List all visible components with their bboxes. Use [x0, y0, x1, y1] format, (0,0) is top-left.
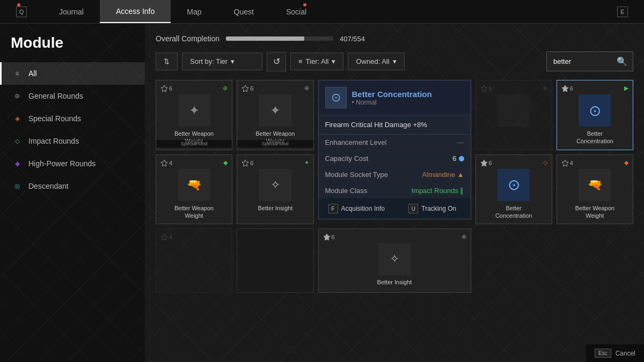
sidebar-item-label-general: General Rounds	[28, 92, 83, 100]
cost-orb-icon	[459, 156, 464, 161]
card-type-icon: ▶	[624, 85, 628, 92]
progress-bar-background	[226, 36, 333, 41]
card-name: Better Insight	[377, 278, 412, 286]
nav-key-e[interactable]: E	[601, 0, 644, 23]
nav-access-info[interactable]: All Access Info	[100, 0, 171, 23]
card-image	[497, 94, 530, 127]
module-card-better-weapon-weight-2[interactable]: 6 ⊕ ✦ Better WeaponWeight Special Mod	[237, 80, 313, 150]
card-level: 6	[323, 233, 335, 241]
popup-footer: F Acquisition Info U Tracking On	[319, 198, 471, 219]
tracking-on-button[interactable]: U Tracking On	[394, 198, 471, 219]
card-level: 6	[241, 159, 253, 167]
sidebar-item-all[interactable]: ≡ All	[0, 62, 145, 85]
popup-module-icon: ⊙	[325, 87, 347, 108]
popup-icon-symbol: ⊙	[331, 91, 341, 105]
card-image: ⊙	[579, 94, 611, 127]
capacity-cost-label: Capacity Cost	[325, 154, 369, 162]
nav-quest[interactable]: Quest	[218, 0, 270, 23]
sidebar-item-general-rounds[interactable]: ⊕ General Rounds	[0, 85, 145, 107]
q-key-badge: Q	[16, 6, 27, 17]
tier-filter-button[interactable]: ≡ Tier: All ▾	[290, 53, 343, 70]
descendant-icon: ◎	[12, 181, 22, 191]
completion-count: 407/554	[340, 35, 365, 43]
module-class-value: Impact Rounds ‖	[411, 187, 464, 195]
content-area: Overall Completion 407/554 ⇅ Sort by: Ti…	[145, 24, 644, 362]
sidebar-item-highpower-rounds[interactable]: ◆ High-Power Rounds	[0, 152, 145, 175]
module-class-label: Module Class	[325, 187, 368, 195]
tier-chevron-icon: ▾	[332, 57, 335, 65]
card-type-icon: ⊕	[304, 85, 309, 92]
svg-marker-1	[242, 85, 248, 92]
popup-row-module-class: Module Class Impact Rounds ‖	[319, 183, 471, 198]
enhancement-label: Enhancement Level	[325, 138, 387, 146]
sidebar-item-impact-rounds[interactable]: ◇ Impact Rounds	[0, 130, 145, 152]
popup-module-title: Better Concentration	[352, 90, 432, 99]
special-mod-badge: Special Mod	[156, 140, 232, 147]
module-card-better-concentration[interactable]: 6 ▶ ⊙ BetterConcentration	[557, 80, 633, 150]
module-detail-popup: ⊙ Better Concentration Normal Firearm Cr…	[318, 80, 471, 219]
card-image: 🔫	[178, 169, 210, 201]
sort-icon: ⇅	[164, 57, 170, 65]
map-label: Map	[187, 8, 201, 16]
journal-notification-dot	[17, 3, 20, 6]
bottom-bar: Esc Cancel	[586, 344, 644, 362]
search-icon[interactable]: 🔍	[611, 52, 633, 71]
popup-header: ⊙ Better Concentration Normal	[319, 80, 471, 115]
card-name: Better Insight	[258, 204, 292, 212]
module-card-partial-2[interactable]: 4	[156, 228, 232, 293]
module-card-better-insight-1[interactable]: 6 ✦ ✧ Better Insight	[237, 154, 313, 225]
card-type-icon: ⊕	[223, 85, 228, 92]
card-level: 6	[241, 85, 253, 92]
sidebar-item-descendant[interactable]: ◎ Descendant	[0, 175, 145, 197]
svg-marker-8	[161, 234, 167, 240]
card-image: ✦	[259, 94, 291, 127]
e-key-badge: E	[617, 6, 628, 17]
owned-filter-button[interactable]: Owned: All ▾	[348, 53, 404, 70]
sidebar-item-label-special: Special Rounds	[28, 114, 81, 123]
esc-key-badge: Esc	[595, 349, 611, 358]
popup-module-rarity: Normal	[352, 99, 432, 106]
main-layout: Module ≡ All ⊕ General Rounds ◈ Special …	[0, 24, 644, 362]
search-input[interactable]	[547, 53, 611, 70]
svg-marker-4	[161, 160, 167, 166]
card-image: 🔫	[579, 169, 611, 201]
card-type-icon: ✦	[304, 159, 309, 166]
nav-key-q[interactable]: Q	[0, 0, 43, 23]
sort-icon-button[interactable]: ⇅	[156, 53, 178, 70]
module-card-better-weapon-weight-1[interactable]: 6 ⊕ ✦ Better WeaponWeight Special Mod	[156, 80, 232, 150]
tier-icon: ≡	[298, 57, 303, 65]
socket-type-label: Module Socket Type	[325, 171, 389, 179]
page-title: Module	[0, 34, 145, 62]
sidebar-item-special-rounds[interactable]: ◈ Special Rounds	[0, 107, 145, 130]
social-notification-dot	[303, 3, 306, 6]
nav-map[interactable]: Map	[171, 0, 217, 23]
nav-social[interactable]: Social	[270, 0, 323, 23]
nav-journal[interactable]: Journal	[43, 0, 100, 23]
module-card-better-insight-2[interactable]: 6 ⊕ ✧ Better Insight	[318, 228, 471, 293]
popup-row-socket-type: Module Socket Type Almandine ▲	[319, 167, 471, 183]
card-name: BetterConcentration	[576, 130, 613, 145]
popup-row-enhancement: Enhancement Level —	[319, 135, 471, 151]
card-type-icon: ◆	[223, 159, 228, 166]
popup-description: Firearm Critical Hit Damage +8%	[319, 115, 471, 135]
module-card-better-concentration-2[interactable]: 6 ◇ ⊙ BetterConcentration	[475, 154, 552, 225]
journal-label: Journal	[59, 8, 84, 16]
svg-marker-5	[242, 160, 248, 166]
sort-by-tier-button[interactable]: Sort by: Tier ▾	[182, 53, 262, 70]
reset-filter-button[interactable]: ↺	[267, 52, 286, 71]
special-rounds-icon: ◈	[12, 114, 22, 123]
impact-rounds-icon: ◇	[12, 136, 22, 146]
module-card-partial[interactable]: 6 ⊕	[475, 80, 552, 150]
module-card-better-weapon-weight-4[interactable]: 4 ◆ 🔫 Better WeaponWeight	[557, 154, 633, 225]
card-level: 6	[160, 85, 172, 92]
popup-title-group: Better Concentration Normal	[352, 90, 432, 106]
card-level: 4	[160, 159, 172, 167]
card-type-icon: ◇	[543, 159, 547, 166]
special-mod-badge: Special Mod	[237, 140, 313, 147]
card-name: BetterConcentration	[495, 204, 532, 220]
module-card-better-weapon-weight-3[interactable]: 4 ◆ 🔫 Better WeaponWeight	[156, 154, 232, 225]
quest-label: Quest	[234, 8, 254, 16]
acquisition-info-button[interactable]: F Acquisition Info	[319, 198, 395, 219]
tier-label: Tier: All	[306, 57, 329, 65]
svg-marker-6	[481, 160, 487, 166]
